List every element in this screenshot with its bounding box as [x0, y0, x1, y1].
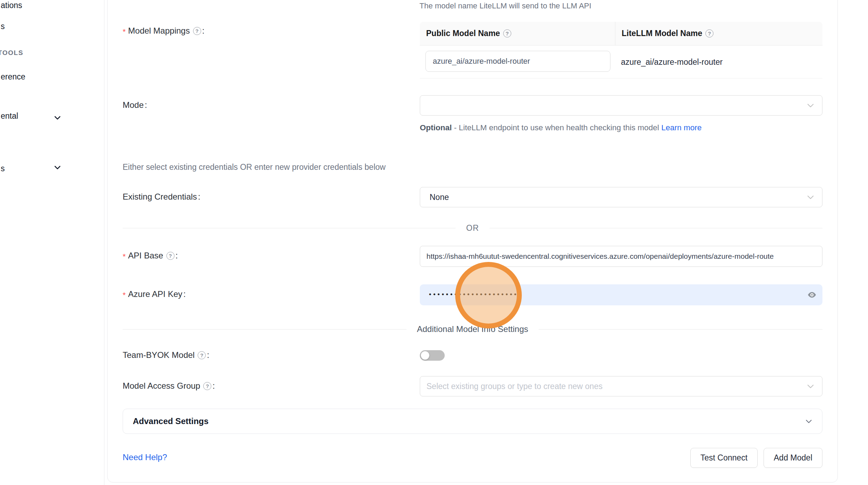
- colon: :: [183, 289, 186, 299]
- help-question-icon[interactable]: ?: [503, 29, 511, 37]
- learn-more-link[interactable]: Learn more: [661, 123, 702, 132]
- help-question-icon[interactable]: ?: [198, 351, 206, 359]
- chevron-down-icon: [806, 193, 815, 202]
- credentials-note: Either select existing credentials OR en…: [123, 162, 385, 172]
- help-question-icon[interactable]: ?: [166, 252, 175, 260]
- or-divider: OR: [123, 223, 822, 233]
- model-mappings-label: * Model Mappings ? :: [123, 26, 204, 36]
- eye-icon[interactable]: [807, 290, 817, 300]
- toggle-knob: [421, 351, 429, 360]
- divider-line: [123, 228, 456, 228]
- colon: :: [176, 251, 178, 261]
- public-model-name-input[interactable]: [425, 51, 610, 72]
- mode-label-text: Mode: [123, 100, 144, 110]
- public-model-name-header-text: Public Model Name: [426, 29, 500, 38]
- masked-api-key: ••••••••••••••••••••••: [429, 284, 522, 305]
- advanced-settings-title: Advanced Settings: [133, 416, 209, 426]
- sidebar-item-experimental[interactable]: ental: [1, 111, 18, 121]
- existing-credentials-select[interactable]: None: [420, 187, 822, 207]
- required-marker: *: [123, 27, 126, 36]
- team-byok-label: Team-BYOK Model ? :: [123, 350, 209, 360]
- api-base-input[interactable]: [420, 246, 822, 267]
- mode-label: Mode :: [123, 100, 147, 110]
- sidebar-section-tools: TOOLS: [0, 49, 23, 57]
- colon: :: [202, 26, 205, 36]
- public-model-name-header: Public Model Name ?: [420, 22, 615, 45]
- mode-helper-text: Optional - LiteLLM endpoint to use when …: [420, 120, 714, 135]
- sidebar: ations s TOOLS erence ental s: [0, 0, 104, 485]
- divider-line: [490, 228, 822, 228]
- or-divider-text: OR: [456, 223, 490, 233]
- model-mappings-table: Public Model Name ? LiteLLM Model Name ?…: [420, 22, 822, 78]
- litellm-model-name-value: azure_ai/azure-model-router: [621, 46, 723, 78]
- chevron-down-icon: [805, 417, 813, 425]
- footer-buttons: Test Connect Add Model: [420, 448, 822, 468]
- azure-api-key-label: * Azure API Key :: [123, 289, 186, 299]
- model-access-group-select[interactable]: Select existing groups or type to create…: [420, 376, 822, 396]
- advanced-settings-panel[interactable]: Advanced Settings: [123, 409, 822, 434]
- sidebar-item-organizations[interactable]: ations: [1, 1, 22, 10]
- colon: :: [145, 100, 147, 110]
- litellm-model-name-header-text: LiteLLM Model Name: [622, 29, 702, 38]
- model-access-group-label-text: Model Access Group: [123, 381, 200, 391]
- add-model-page: ations s TOOLS erence ental s The model …: [0, 0, 868, 485]
- divider-line: [123, 329, 406, 330]
- existing-credentials-value: None: [420, 193, 449, 202]
- table-row: azure_ai/azure-model-router: [420, 46, 822, 78]
- azure-api-key-label-text: Azure API Key: [128, 289, 183, 299]
- colon: :: [212, 381, 215, 391]
- chevron-down-icon[interactable]: [53, 163, 62, 172]
- required-marker: *: [123, 291, 126, 300]
- optional-bold: Optional: [420, 123, 452, 132]
- need-help-link[interactable]: Need Help?: [123, 452, 167, 462]
- colon: :: [198, 192, 200, 202]
- help-question-icon[interactable]: ?: [193, 27, 201, 35]
- api-base-label: * API Base ? :: [123, 251, 178, 261]
- sidebar-item-settings[interactable]: s: [1, 164, 5, 173]
- team-byok-toggle[interactable]: [420, 350, 445, 361]
- model-name-helper-text: The model name LiteLLM will send to the …: [419, 1, 591, 11]
- table-header-row: Public Model Name ? LiteLLM Model Name ?: [420, 22, 822, 46]
- mode-select[interactable]: [420, 95, 822, 116]
- existing-credentials-label-text: Existing Credentials: [123, 192, 197, 202]
- colon: :: [207, 350, 209, 360]
- api-base-label-text: API Base: [128, 251, 163, 261]
- azure-api-key-input[interactable]: ••••••••••••••••••••••: [420, 284, 822, 305]
- mode-helper-body: - LiteLLM endpoint to use when health ch…: [452, 123, 661, 132]
- additional-settings-divider: Additional Model Info Settings: [123, 324, 822, 334]
- required-marker: *: [123, 252, 126, 261]
- test-connect-button[interactable]: Test Connect: [690, 448, 758, 468]
- sidebar-item-inference[interactable]: erence: [1, 72, 25, 82]
- model-mappings-label-text: Model Mappings: [128, 26, 190, 36]
- help-question-icon[interactable]: ?: [705, 29, 713, 37]
- chevron-down-icon[interactable]: [53, 113, 62, 122]
- help-question-icon[interactable]: ?: [203, 382, 211, 390]
- sidebar-item-1[interactable]: s: [1, 22, 5, 31]
- chevron-down-icon: [806, 382, 815, 391]
- team-byok-label-text: Team-BYOK Model: [123, 350, 194, 360]
- add-model-button[interactable]: Add Model: [764, 448, 822, 468]
- existing-credentials-label: Existing Credentials :: [123, 192, 200, 202]
- model-access-group-label: Model Access Group ? :: [123, 381, 215, 391]
- additional-settings-divider-text: Additional Model Info Settings: [406, 324, 539, 334]
- divider-line: [539, 329, 822, 330]
- litellm-model-name-header: LiteLLM Model Name ?: [615, 29, 713, 38]
- chevron-down-icon: [806, 101, 815, 110]
- model-access-group-placeholder: Select existing groups or type to create…: [420, 382, 602, 391]
